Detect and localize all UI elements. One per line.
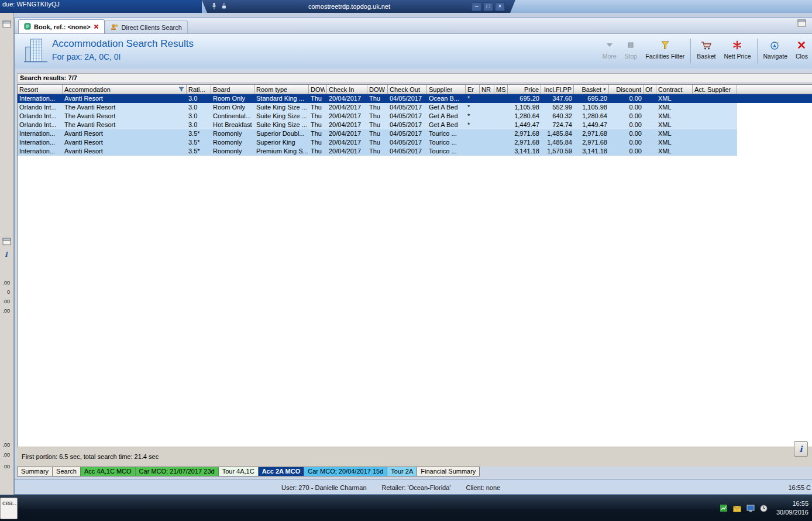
lock-icon	[221, 2, 227, 11]
minimize-button[interactable]: –	[472, 2, 481, 11]
column-header-dow[interactable]: DOW	[367, 85, 388, 94]
pin-icon[interactable]	[211, 2, 217, 11]
cell-act-supplier	[693, 112, 737, 121]
booking-tab-car-mco-21-07-2017-23d[interactable]: Car MCO; 21/07/2017 23d	[135, 467, 219, 477]
column-header-board[interactable]: Board	[211, 85, 254, 94]
column-header-contract[interactable]: Contract	[656, 85, 693, 94]
column-header-of[interactable]: Of	[644, 85, 656, 94]
result-row-3[interactable]: Orlando Int...The Avanti Resort3.0Contin…	[18, 112, 812, 121]
cell-rati: 3.0	[187, 121, 211, 129]
column-label: Basket	[582, 85, 601, 94]
cell-board: Roomonly	[211, 129, 254, 138]
cell-dow: Thu	[309, 94, 327, 103]
booking-tab-acc-4a-1c-mco[interactable]: Acc 4A,1C MCO	[80, 467, 136, 477]
restore-button[interactable]: □	[483, 2, 493, 11]
column-header-dow[interactable]: DOW	[309, 85, 327, 94]
toolbar-button-navigate[interactable]: Navigate	[759, 38, 792, 60]
mail-tray-icon[interactable]	[733, 504, 741, 515]
result-row-6[interactable]: Internation...Avanti Resort3.5*RoomonlyS…	[18, 138, 812, 147]
taskbar-app-button[interactable]: cea...	[0, 498, 18, 519]
toolbar-button-basket[interactable]: Basket	[693, 38, 720, 60]
toolbar-button-facilities-filter[interactable]: Facilities Filter	[641, 38, 689, 60]
cell-basket: 695.20	[574, 94, 609, 103]
cell-price: 2,971.68	[508, 129, 541, 138]
panel-restore-icon[interactable]	[2, 237, 11, 248]
column-header-act-supplier[interactable]: Act. Supplier	[693, 85, 737, 94]
cell-nr	[480, 138, 494, 147]
column-header-resort[interactable]: Resort	[18, 85, 63, 94]
column-header-rati[interactable]: Rati...	[187, 85, 211, 94]
facilities-filter-icon	[660, 38, 670, 52]
cell-contract: XML	[656, 112, 693, 121]
close-button[interactable]: ×	[495, 2, 505, 11]
cell-basket: 1,449.47	[574, 121, 609, 129]
background-window-number: .00	[0, 308, 10, 314]
column-label: NR	[481, 85, 491, 94]
booking-tab-summary[interactable]: Summary	[17, 467, 53, 477]
info-button[interactable]: i	[794, 441, 808, 457]
column-header-room-type[interactable]: Room type	[254, 85, 309, 94]
display-tray-icon[interactable]	[746, 504, 755, 515]
result-row-5[interactable]: Internation...Avanti Resort3.5*RoomonlyS…	[18, 129, 812, 138]
cell-resort: Internation...	[18, 147, 63, 156]
toolbar-button-clos[interactable]: Clos	[792, 38, 812, 60]
retailer-label: Retailer: 'Ocean-Florida'	[382, 484, 451, 491]
result-row-1[interactable]: Internation...Avanti Resort3.0Room OnlyS…	[18, 94, 812, 103]
row-filler	[737, 138, 812, 147]
session-status-bar: User: 270 - Danielle CharmanRetailer: 'O…	[15, 479, 812, 495]
results-header: Accommodation Search Results For pax: 2A…	[15, 34, 812, 68]
cell-act-supplier	[693, 121, 737, 129]
network-tray-icon[interactable]	[720, 504, 728, 515]
column-label: Discount	[616, 85, 641, 94]
taskbar-clock[interactable]: 16:55 30/09/2016	[776, 499, 808, 517]
column-header-ms[interactable]: MS	[494, 85, 508, 94]
filter-funnel-icon[interactable]	[178, 85, 184, 94]
cell-nr	[480, 94, 494, 103]
booking-tab-acc-2a-mco[interactable]: Acc 2A MCO	[258, 467, 305, 477]
rdp-window-buttons: – □ ×	[472, 2, 505, 11]
column-header-nr[interactable]: NR	[480, 85, 494, 94]
tab-direct-clients-search[interactable]: Direct Clients Search	[105, 20, 188, 33]
cell-of	[644, 138, 656, 147]
column-header-check-out[interactable]: Check Out	[388, 85, 427, 94]
cell-act-supplier	[693, 129, 737, 138]
cell-nr	[480, 147, 494, 156]
column-header-accommodation[interactable]: Accommodation	[63, 85, 187, 94]
tab-close-icon[interactable]	[94, 23, 99, 30]
panel-minimize-icon[interactable]	[797, 19, 806, 29]
cell-room-type: Superior King	[254, 138, 309, 147]
booking-tab-tour-4a-1c[interactable]: Tour 4A,1C	[218, 467, 259, 477]
cell-board: Roomonly	[211, 147, 254, 156]
booking-tab-search[interactable]: Search	[52, 467, 81, 477]
column-header-check-in[interactable]: Check In	[327, 85, 367, 94]
cell-ms	[494, 112, 508, 121]
cell-discount: 0.00	[609, 129, 644, 138]
page-title: Accommodation Search Results	[52, 38, 194, 50]
result-row-7[interactable]: Internation...Avanti Resort3.5*RoomonlyP…	[18, 147, 812, 156]
cell-check-in: 20/04/2017	[327, 121, 367, 129]
column-header-basket[interactable]: Basket▼	[574, 85, 609, 94]
result-row-2[interactable]: Orlando Int...The Avanti Resort3.0Room O…	[18, 103, 812, 112]
cell-dow: Thu	[309, 138, 327, 147]
panel-restore-icon[interactable]	[2, 20, 11, 30]
toolbar-button-nett-price[interactable]: Nett Price	[720, 38, 755, 60]
column-header-discount[interactable]: Discount	[609, 85, 644, 94]
tab-book-ref[interactable]: Book, ref.: <none>	[18, 19, 105, 33]
column-header-price[interactable]: Price	[508, 85, 541, 94]
result-row-4[interactable]: Orlando Int...The Avanti Resort3.0Hot Br…	[18, 121, 812, 129]
booking-component-tabs: SummarySearchAcc 4A,1C MCOCar MCO; 21/07…	[17, 467, 812, 477]
cell-incl-fl-pp: 640.32	[541, 112, 574, 121]
column-label: Supplier	[429, 85, 452, 94]
clock-tray-icon[interactable]	[760, 504, 768, 515]
column-header-incl-fl-pp[interactable]: Incl.Fl.PP	[541, 85, 574, 94]
column-header-supplier[interactable]: Supplier	[427, 85, 466, 94]
row-filler	[737, 121, 812, 129]
booking-tab-financial-summary[interactable]: Financial Summary	[417, 467, 480, 477]
cell-ms	[494, 94, 508, 103]
grid-body: Internation...Avanti Resort3.0Room OnlyS…	[18, 94, 812, 156]
booking-tab-tour-2a[interactable]: Tour 2A	[387, 467, 417, 477]
booking-tab-car-mco-20-04-2017-15d[interactable]: Car MCO; 20/04/2017 15d	[304, 467, 387, 477]
column-header-er[interactable]: Er	[466, 85, 480, 94]
cell-supplier: Tourico ...	[427, 138, 466, 147]
row-filler	[737, 129, 812, 138]
